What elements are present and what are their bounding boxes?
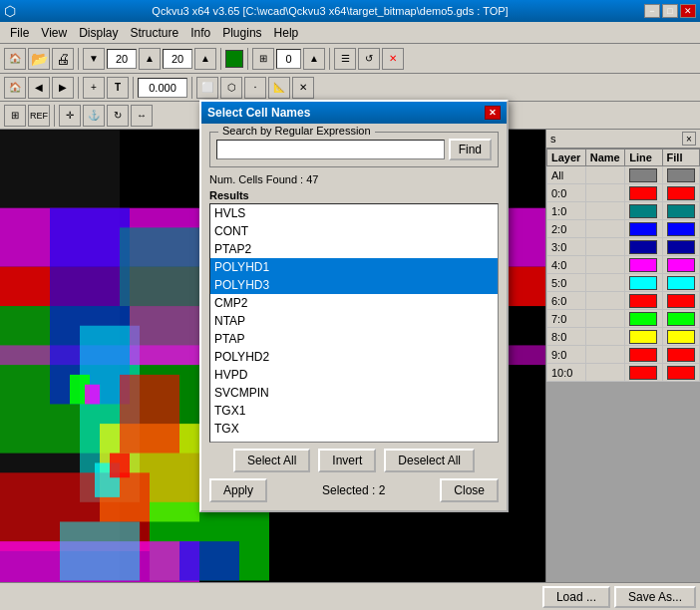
list-item[interactable]: PTAP2 [210, 240, 498, 258]
cross-button[interactable]: ✛ [59, 105, 81, 127]
list-item[interactable]: CONT [210, 222, 498, 240]
list-item[interactable]: SVCMPIN [210, 384, 498, 402]
layer-name [585, 202, 624, 220]
search-input[interactable] [216, 140, 445, 159]
layer-name [585, 364, 624, 382]
coord-input[interactable] [138, 78, 187, 98]
menu-plugins[interactable]: Plugins [216, 24, 267, 42]
list-item[interactable]: HVPD [210, 366, 498, 384]
layer-name [585, 184, 624, 202]
filter-button[interactable]: ▼ [83, 48, 105, 70]
sep5 [78, 77, 79, 99]
select-all-button[interactable]: Select All [233, 449, 310, 472]
layers-button[interactable]: ☰ [334, 48, 356, 70]
snap-x-up[interactable]: ▲ [139, 48, 161, 70]
list-item[interactable]: HVLS [210, 204, 498, 222]
new-button[interactable]: 🏠 [4, 48, 26, 70]
ref-button[interactable]: REF [28, 105, 50, 127]
layer-line [625, 220, 662, 238]
snap-y-up[interactable]: ▲ [194, 48, 216, 70]
layer-table: Layer Name Line Fill All 0:0 1:0 2:0 [546, 149, 700, 382]
print-button[interactable]: 🖨 [52, 48, 74, 70]
layer-id: 8:0 [547, 328, 586, 346]
list-item[interactable]: POLYHD1 [210, 258, 498, 276]
layer-row[interactable]: 9:0 [547, 346, 700, 364]
layer-name [585, 328, 624, 346]
list-item[interactable]: TGX1 [210, 402, 498, 420]
layer-fill [662, 184, 699, 202]
layer-name [585, 256, 624, 274]
grid-button[interactable]: ⊞ [252, 48, 274, 70]
zoom-in-btn[interactable]: + [83, 77, 105, 99]
deselect-all-button[interactable]: Deselect All [384, 449, 475, 472]
save-as-button[interactable]: Save As... [614, 586, 696, 608]
select-cell-dialog[interactable]: Select Cell Names ✕ Search by Regular Ex… [199, 100, 509, 512]
sep7 [191, 77, 192, 99]
layer-row[interactable]: 7:0 [547, 310, 700, 328]
layer-fill [662, 274, 699, 292]
menu-structure[interactable]: Structure [125, 24, 185, 42]
layer-fill [662, 310, 699, 328]
dialog-close-button[interactable]: ✕ [485, 106, 501, 120]
home-button[interactable]: 🏠 [4, 77, 26, 99]
layer-id: 9:0 [547, 346, 586, 364]
layer-row[interactable]: 6:0 [547, 292, 700, 310]
menu-info[interactable]: Info [184, 24, 216, 42]
list-item[interactable]: CMP2 [210, 294, 498, 312]
sep6 [133, 77, 134, 99]
refresh-button[interactable]: ↺ [358, 48, 380, 70]
open-button[interactable]: 📂 [28, 48, 50, 70]
list-item[interactable]: POLYHD2 [210, 348, 498, 366]
menu-display[interactable]: Display [73, 24, 124, 42]
panel-close[interactable]: × [682, 132, 696, 146]
snap-button[interactable]: ⊞ [4, 105, 26, 127]
left-button[interactable]: ◀ [28, 77, 50, 99]
dot-tool[interactable]: ⬝ [244, 77, 266, 99]
layer-line [625, 238, 662, 256]
sep3 [247, 48, 248, 70]
poly-tool[interactable]: ⬡ [220, 77, 242, 99]
right-button[interactable]: ▶ [52, 77, 74, 99]
select-tool[interactable]: ⬜ [196, 77, 218, 99]
menu-view[interactable]: View [35, 24, 73, 42]
menu-file[interactable]: File [4, 24, 35, 42]
rotate-button[interactable]: ↻ [107, 105, 129, 127]
layer-row[interactable]: 8:0 [547, 328, 700, 346]
anchor-button[interactable]: ⚓ [83, 105, 105, 127]
list-item[interactable]: PTAP [210, 330, 498, 348]
find-button[interactable]: Find [449, 139, 492, 160]
snap-x-input[interactable] [107, 49, 137, 69]
toolbar-main: 🏠 📂 🖨 ▼ ▲ ▲ ⊞ ▲ ☰ ↺ ✕ [0, 44, 700, 74]
list-item[interactable]: POLYHD3 [210, 276, 498, 294]
layer-row[interactable]: 5:0 [547, 274, 700, 292]
close-toolbar[interactable]: ✕ [292, 77, 314, 99]
layer-row[interactable]: 4:0 [547, 256, 700, 274]
layer-id: 6:0 [547, 292, 586, 310]
counter-up[interactable]: ▲ [303, 48, 325, 70]
dialog-close-btn[interactable]: Close [440, 478, 499, 502]
invert-button[interactable]: Invert [318, 449, 376, 472]
list-item[interactable]: TGX [210, 420, 498, 438]
flip-h-button[interactable]: ↔ [131, 105, 153, 127]
results-list[interactable]: HVLSCONTPTAP2POLYHD1POLYHD3CMP2NTAPPTAPP… [209, 203, 499, 443]
text-tool[interactable]: T [107, 77, 129, 99]
layer-row[interactable]: 1:0 [547, 202, 700, 220]
stop-button[interactable]: ✕ [382, 48, 404, 70]
measure-tool[interactable]: 📐 [268, 77, 290, 99]
layer-row[interactable]: 10:0 [547, 364, 700, 382]
close-button[interactable]: ✕ [680, 4, 696, 18]
snap-y-input[interactable] [163, 49, 192, 69]
load-button[interactable]: Load ... [542, 586, 610, 608]
color-selector[interactable] [225, 50, 243, 68]
apply-button[interactable]: Apply [209, 478, 267, 502]
menu-help[interactable]: Help [268, 24, 305, 42]
maximize-button[interactable]: □ [662, 4, 678, 18]
layer-row[interactable]: 3:0 [547, 238, 700, 256]
layer-row[interactable]: All [547, 166, 700, 184]
list-item[interactable]: NTAP [210, 312, 498, 330]
counter-input[interactable] [276, 49, 301, 69]
list-item[interactable]: LATCELL [210, 438, 498, 443]
layer-row[interactable]: 0:0 [547, 184, 700, 202]
layer-row[interactable]: 2:0 [547, 220, 700, 238]
minimize-button[interactable]: − [644, 4, 660, 18]
